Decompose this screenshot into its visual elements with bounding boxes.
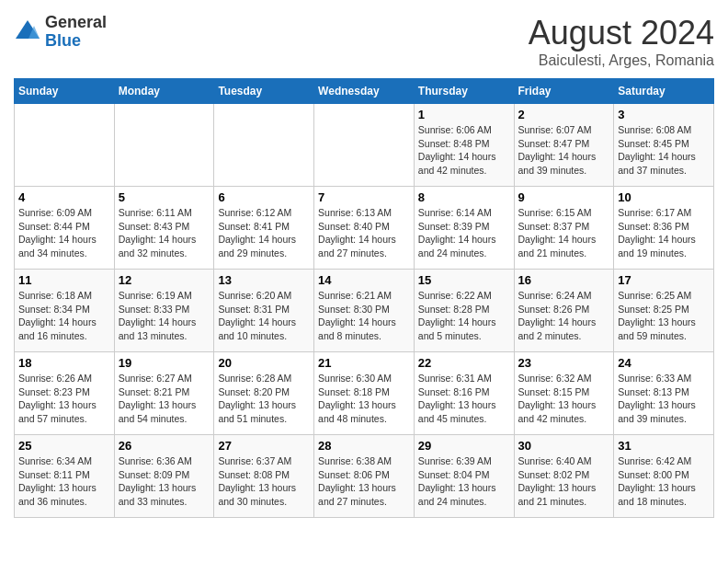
day-info: Sunrise: 6:21 AM Sunset: 8:30 PM Dayligh…	[318, 289, 410, 343]
day-number: 10	[618, 190, 710, 204]
day-info: Sunrise: 6:19 AM Sunset: 8:33 PM Dayligh…	[119, 289, 210, 343]
logo-text: General Blue	[45, 14, 107, 51]
logo-blue: Blue	[45, 31, 81, 50]
day-info: Sunrise: 6:39 AM Sunset: 8:04 PM Dayligh…	[418, 454, 510, 509]
day-number: 11	[18, 273, 110, 287]
day-info: Sunrise: 6:38 AM Sunset: 8:06 PM Dayligh…	[318, 454, 410, 509]
day-number: 9	[518, 190, 610, 204]
day-info: Sunrise: 6:12 AM Sunset: 8:41 PM Dayligh…	[218, 206, 310, 260]
weekday-header-row: SundayMondayTuesdayWednesdayThursdayFrid…	[15, 79, 714, 104]
calendar-cell: 10Sunrise: 6:17 AM Sunset: 8:36 PM Dayli…	[614, 187, 714, 270]
day-info: Sunrise: 6:13 AM Sunset: 8:40 PM Dayligh…	[318, 206, 410, 260]
calendar-cell: 28Sunrise: 6:38 AM Sunset: 8:06 PM Dayli…	[314, 435, 415, 518]
day-number: 19	[119, 356, 210, 370]
day-info: Sunrise: 6:25 AM Sunset: 8:25 PM Dayligh…	[618, 289, 710, 343]
weekday-header-thursday: Thursday	[414, 79, 514, 104]
day-info: Sunrise: 6:14 AM Sunset: 8:39 PM Dayligh…	[418, 206, 510, 260]
day-number: 5	[119, 190, 210, 204]
day-number: 24	[618, 356, 710, 370]
day-info: Sunrise: 6:24 AM Sunset: 8:26 PM Dayligh…	[518, 289, 610, 343]
day-info: Sunrise: 6:40 AM Sunset: 8:02 PM Dayligh…	[518, 454, 610, 509]
calendar-cell: 4Sunrise: 6:09 AM Sunset: 8:44 PM Daylig…	[15, 187, 115, 270]
weekday-header-monday: Monday	[114, 79, 214, 104]
logo-icon	[14, 18, 41, 46]
day-number: 6	[218, 190, 310, 204]
day-info: Sunrise: 6:22 AM Sunset: 8:28 PM Dayligh…	[418, 289, 510, 343]
day-info: Sunrise: 6:34 AM Sunset: 8:11 PM Dayligh…	[18, 454, 110, 509]
day-number: 14	[318, 273, 410, 287]
calendar-cell: 6Sunrise: 6:12 AM Sunset: 8:41 PM Daylig…	[214, 187, 314, 270]
calendar-cell: 29Sunrise: 6:39 AM Sunset: 8:04 PM Dayli…	[414, 435, 514, 518]
day-number: 31	[618, 439, 710, 453]
calendar-cell: 11Sunrise: 6:18 AM Sunset: 8:34 PM Dayli…	[15, 270, 115, 352]
day-number: 4	[18, 190, 110, 204]
day-number: 16	[518, 273, 610, 287]
calendar-cell: 26Sunrise: 6:36 AM Sunset: 8:09 PM Dayli…	[114, 435, 214, 518]
calendar-cell: 30Sunrise: 6:40 AM Sunset: 8:02 PM Dayli…	[514, 435, 614, 518]
day-number: 12	[119, 273, 210, 287]
calendar-week-3: 11Sunrise: 6:18 AM Sunset: 8:34 PM Dayli…	[15, 270, 714, 352]
day-info: Sunrise: 6:27 AM Sunset: 8:21 PM Dayligh…	[119, 372, 210, 426]
logo: General Blue	[14, 14, 107, 51]
day-info: Sunrise: 6:09 AM Sunset: 8:44 PM Dayligh…	[18, 206, 110, 260]
calendar-cell: 8Sunrise: 6:14 AM Sunset: 8:39 PM Daylig…	[414, 187, 514, 270]
day-number: 27	[218, 439, 310, 453]
calendar-cell: 15Sunrise: 6:22 AM Sunset: 8:28 PM Dayli…	[414, 270, 514, 352]
calendar-cell: 16Sunrise: 6:24 AM Sunset: 8:26 PM Dayli…	[514, 270, 614, 352]
day-number: 18	[18, 356, 110, 370]
day-number: 23	[518, 356, 610, 370]
logo-general: General	[45, 13, 107, 31]
day-number: 21	[318, 356, 410, 370]
calendar-cell: 20Sunrise: 6:28 AM Sunset: 8:20 PM Dayli…	[214, 352, 314, 435]
day-number: 26	[119, 439, 210, 453]
calendar-cell: 12Sunrise: 6:19 AM Sunset: 8:33 PM Dayli…	[114, 270, 214, 352]
calendar-cell: 21Sunrise: 6:30 AM Sunset: 8:18 PM Dayli…	[314, 352, 415, 435]
day-info: Sunrise: 6:08 AM Sunset: 8:45 PM Dayligh…	[618, 123, 710, 178]
day-info: Sunrise: 6:26 AM Sunset: 8:23 PM Dayligh…	[18, 372, 110, 426]
calendar-week-1: 1Sunrise: 6:06 AM Sunset: 8:48 PM Daylig…	[15, 104, 714, 187]
day-info: Sunrise: 6:07 AM Sunset: 8:47 PM Dayligh…	[518, 123, 610, 178]
calendar-body: 1Sunrise: 6:06 AM Sunset: 8:48 PM Daylig…	[15, 104, 714, 518]
calendar-week-2: 4Sunrise: 6:09 AM Sunset: 8:44 PM Daylig…	[15, 187, 714, 270]
day-info: Sunrise: 6:28 AM Sunset: 8:20 PM Dayligh…	[218, 372, 310, 426]
weekday-header-friday: Friday	[514, 79, 614, 104]
weekday-header-saturday: Saturday	[614, 79, 714, 104]
calendar-cell: 1Sunrise: 6:06 AM Sunset: 8:48 PM Daylig…	[414, 104, 514, 187]
day-number: 20	[218, 356, 310, 370]
day-number: 7	[318, 190, 410, 204]
calendar-cell	[15, 104, 115, 187]
month-title: August 2024	[529, 14, 714, 52]
day-info: Sunrise: 6:17 AM Sunset: 8:36 PM Dayligh…	[618, 206, 710, 260]
calendar-cell: 27Sunrise: 6:37 AM Sunset: 8:08 PM Dayli…	[214, 435, 314, 518]
calendar-table: SundayMondayTuesdayWednesdayThursdayFrid…	[14, 78, 714, 518]
calendar-cell: 19Sunrise: 6:27 AM Sunset: 8:21 PM Dayli…	[114, 352, 214, 435]
day-info: Sunrise: 6:33 AM Sunset: 8:13 PM Dayligh…	[618, 372, 710, 426]
calendar-cell: 5Sunrise: 6:11 AM Sunset: 8:43 PM Daylig…	[114, 187, 214, 270]
subtitle: Baiculesti, Arges, Romania	[529, 52, 714, 69]
calendar-cell: 17Sunrise: 6:25 AM Sunset: 8:25 PM Dayli…	[614, 270, 714, 352]
calendar-week-5: 25Sunrise: 6:34 AM Sunset: 8:11 PM Dayli…	[15, 435, 714, 518]
title-area: August 2024 Baiculesti, Arges, Romania	[529, 14, 714, 69]
day-number: 28	[318, 439, 410, 453]
calendar-cell	[114, 104, 214, 187]
weekday-header-tuesday: Tuesday	[214, 79, 314, 104]
calendar-cell: 23Sunrise: 6:32 AM Sunset: 8:15 PM Dayli…	[514, 352, 614, 435]
day-info: Sunrise: 6:30 AM Sunset: 8:18 PM Dayligh…	[318, 372, 410, 426]
calendar-cell: 24Sunrise: 6:33 AM Sunset: 8:13 PM Dayli…	[614, 352, 714, 435]
calendar-cell: 22Sunrise: 6:31 AM Sunset: 8:16 PM Dayli…	[414, 352, 514, 435]
day-info: Sunrise: 6:18 AM Sunset: 8:34 PM Dayligh…	[18, 289, 110, 343]
calendar-cell	[214, 104, 314, 187]
day-number: 17	[618, 273, 710, 287]
weekday-header-wednesday: Wednesday	[314, 79, 415, 104]
day-number: 1	[418, 108, 510, 121]
calendar-cell: 25Sunrise: 6:34 AM Sunset: 8:11 PM Dayli…	[15, 435, 115, 518]
calendar-cell: 2Sunrise: 6:07 AM Sunset: 8:47 PM Daylig…	[514, 104, 614, 187]
day-info: Sunrise: 6:32 AM Sunset: 8:15 PM Dayligh…	[518, 372, 610, 426]
day-info: Sunrise: 6:15 AM Sunset: 8:37 PM Dayligh…	[518, 206, 610, 260]
calendar-cell: 7Sunrise: 6:13 AM Sunset: 8:40 PM Daylig…	[314, 187, 415, 270]
day-number: 15	[418, 273, 510, 287]
calendar-cell: 31Sunrise: 6:42 AM Sunset: 8:00 PM Dayli…	[614, 435, 714, 518]
weekday-header-sunday: Sunday	[15, 79, 115, 104]
day-number: 22	[418, 356, 510, 370]
day-info: Sunrise: 6:37 AM Sunset: 8:08 PM Dayligh…	[218, 454, 310, 509]
